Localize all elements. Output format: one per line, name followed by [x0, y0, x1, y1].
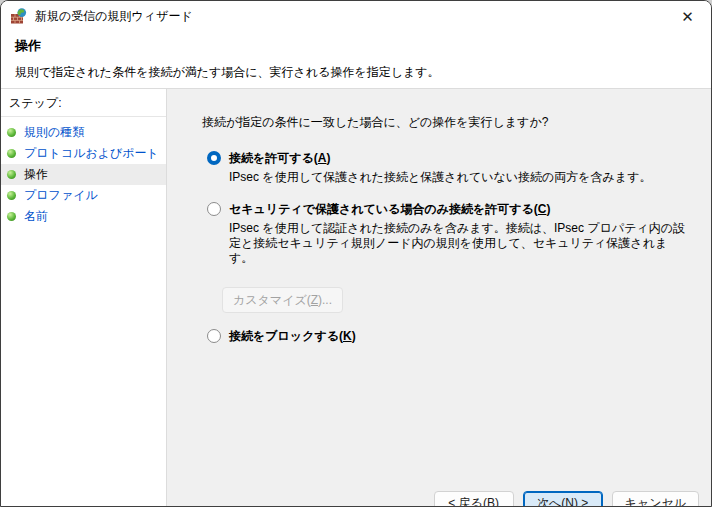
label-text: セキュリティで保護されている場合のみ接続を許可する( — [229, 202, 538, 216]
label-text: < 戻る( — [448, 496, 487, 507]
step-label: 規則の種類 — [24, 124, 84, 141]
option-texts: セキュリティで保護されている場合のみ接続を許可する(C) IPsec を使用して… — [229, 201, 691, 266]
label-text: ) — [495, 496, 499, 507]
sidebar-item-profile[interactable]: プロファイル — [1, 185, 166, 206]
label-text: ) — [352, 329, 356, 343]
option-label[interactable]: セキュリティで保護されている場合のみ接続を許可する(C) — [229, 201, 691, 218]
option-label[interactable]: 接続を許可する(A) — [229, 150, 651, 167]
option-description: IPsec を使用して認証された接続のみを含みます。接続は、IPsec プロパテ… — [229, 221, 691, 266]
close-button[interactable]: ✕ — [665, 2, 710, 31]
label-text: ) > — [574, 496, 588, 507]
customize-button[interactable]: カスタマイズ(Z)... — [222, 287, 343, 313]
label-text: 接続を許可する( — [229, 151, 318, 165]
question-text: 接続が指定の条件に一致した場合に、どの操作を実行しますか? — [202, 114, 691, 131]
option-texts: 接続をブロックする(K) — [229, 328, 356, 345]
page-header: 操作 規則で指定された条件を接続が満たす場合に、実行される操作を指定します。 — [1, 31, 711, 89]
access-key: Z — [311, 293, 318, 307]
titlebar: 新規の受信の規則ウィザード ✕ — [1, 1, 711, 31]
access-key: N — [565, 496, 574, 507]
label-text: カスタマイズ( — [233, 293, 311, 307]
back-button[interactable]: < 戻る(B) — [434, 491, 514, 507]
access-key: A — [318, 151, 327, 165]
option-block-connection: 接続をブロックする(K) — [207, 328, 691, 345]
step-bullet-icon — [7, 212, 16, 221]
close-icon: ✕ — [681, 8, 694, 25]
steps-list: 規則の種類 プロトコルおよびポート 操作 プロファイル 名前 — [1, 122, 166, 227]
access-key: B — [487, 496, 495, 507]
option-allow-connection: 接続を許可する(A) IPsec を使用して保護された接続と保護されていない接続… — [207, 150, 691, 185]
option-label[interactable]: 接続をブロックする(K) — [229, 328, 356, 345]
sidebar-item-name[interactable]: 名前 — [1, 206, 166, 227]
access-key: K — [343, 329, 352, 343]
radio-block-connection[interactable] — [207, 329, 221, 343]
action-page-content: 接続が指定の条件に一致した場合に、どの操作を実行しますか? 接続を許可する(A)… — [167, 89, 711, 506]
step-label: 操作 — [24, 166, 48, 183]
sidebar-item-protocol-and-ports[interactable]: プロトコルおよびポート — [1, 143, 166, 164]
step-bullet-icon — [7, 170, 16, 179]
label-text: ) — [546, 202, 550, 216]
label-text: ) — [327, 151, 331, 165]
sidebar-item-action[interactable]: 操作 — [1, 164, 166, 185]
radio-allow-connection[interactable] — [207, 151, 221, 165]
option-allow-if-secure: セキュリティで保護されている場合のみ接続を許可する(C) IPsec を使用して… — [207, 201, 691, 266]
radio-allow-if-secure[interactable] — [207, 202, 221, 216]
label-text: 接続をブロックする( — [229, 329, 343, 343]
window-title: 新規の受信の規則ウィザード — [35, 8, 193, 25]
label-text: 次へ( — [537, 496, 565, 507]
sidebar-item-rule-type[interactable]: 規則の種類 — [1, 122, 166, 143]
option-texts: 接続を許可する(A) IPsec を使用して保護された接続と保護されていない接続… — [229, 150, 651, 185]
option-description: IPsec を使用して保護された接続と保護されていない接続の両方を含みます。 — [229, 170, 651, 185]
wizard-window: 新規の受信の規則ウィザード ✕ 操作 規則で指定された条件を接続が満たす場合に、… — [0, 0, 712, 507]
step-label: 名前 — [24, 208, 48, 225]
label-text: キャンセル — [625, 496, 686, 507]
step-bullet-icon — [7, 191, 16, 200]
firewall-icon — [11, 8, 27, 24]
step-bullet-icon — [7, 128, 16, 137]
label-text: )... — [318, 293, 332, 307]
wizard-footer: < 戻る(B) 次へ(N) > キャンセル — [434, 491, 699, 507]
page-description: 規則で指定された条件を接続が満たす場合に、実行される操作を指定します。 — [15, 64, 697, 81]
steps-heading: ステップ: — [1, 89, 166, 117]
next-button[interactable]: 次へ(N) > — [523, 491, 603, 507]
cancel-button[interactable]: キャンセル — [612, 491, 699, 507]
wizard-body: ステップ: 規則の種類 プロトコルおよびポート 操作 プロファイル — [1, 89, 711, 506]
page-title: 操作 — [15, 37, 697, 55]
step-label: プロトコルおよびポート — [24, 145, 159, 162]
step-bullet-icon — [7, 149, 16, 158]
steps-sidebar: ステップ: 規則の種類 プロトコルおよびポート 操作 プロファイル — [1, 89, 167, 506]
step-label: プロファイル — [24, 187, 98, 204]
